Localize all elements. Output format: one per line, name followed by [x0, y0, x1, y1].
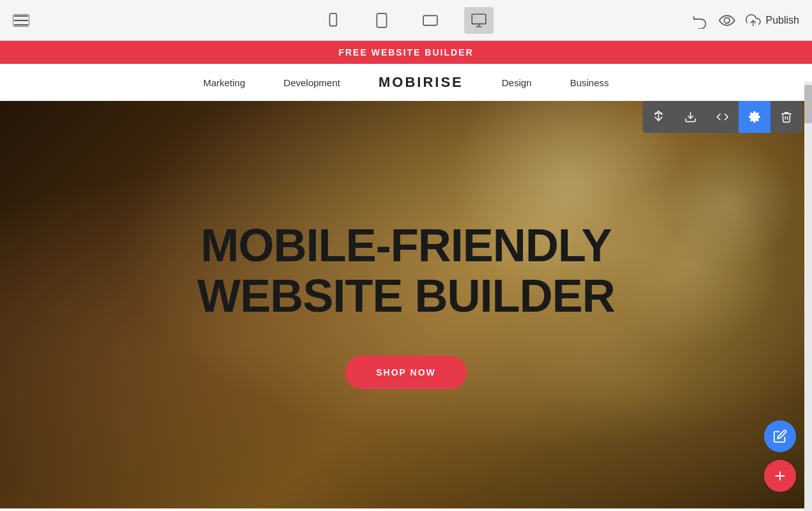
hero-section: MOBILE-FRIENDLY WEBSITE BUILDER SHOP NOW [0, 101, 812, 508]
hero-title-line2: WEBSITE BUILDER [197, 270, 614, 321]
hero-cta-button[interactable]: SHOP NOW [345, 356, 467, 389]
preview-button[interactable] [719, 12, 735, 29]
svg-rect-6 [472, 14, 486, 24]
promo-banner: FREE WEBSITE BUILDER [0, 41, 812, 64]
mobile-view-button[interactable] [318, 7, 348, 34]
publish-label: Publish [766, 15, 799, 26]
scrollbar-track [804, 82, 812, 511]
menu-button[interactable] [13, 14, 29, 27]
tablet-view-button[interactable] [367, 7, 396, 34]
svg-point-8 [724, 17, 730, 23]
fab-add-button[interactable] [764, 460, 796, 492]
device-switcher [318, 7, 494, 34]
svg-rect-14 [776, 475, 785, 477]
section-settings-button[interactable] [738, 101, 770, 133]
top-toolbar: Publish [0, 0, 812, 41]
fab-container [764, 420, 796, 492]
website-content: FREE WEBSITE BUILDER Marketing Developme… [0, 41, 812, 511]
banner-text: FREE WEBSITE BUILDER [338, 47, 473, 57]
undo-button[interactable] [692, 12, 708, 29]
hero-title: MOBILE-FRIENDLY WEBSITE BUILDER [197, 220, 614, 321]
scrollbar-thumb[interactable] [804, 85, 812, 123]
section-toolbar [643, 101, 802, 133]
nav-link-development[interactable]: Development [284, 77, 340, 88]
desktop-view-button[interactable] [464, 7, 494, 34]
section-code-button[interactable] [707, 101, 738, 133]
svg-rect-2 [377, 13, 386, 27]
site-logo: MOBIRISE [379, 74, 464, 91]
section-move-button[interactable] [643, 101, 675, 133]
toolbar-left [0, 14, 29, 27]
nav-link-marketing[interactable]: Marketing [203, 77, 246, 88]
toolbar-right: Publish [692, 12, 812, 29]
hero-title-line1: MOBILE-FRIENDLY [201, 220, 611, 271]
publish-button[interactable]: Publish [746, 13, 799, 28]
hero-text: MOBILE-FRIENDLY WEBSITE BUILDER SHOP NOW [197, 220, 614, 389]
tablet-landscape-button[interactable] [416, 7, 445, 34]
fab-edit-button[interactable] [764, 420, 796, 452]
svg-rect-0 [330, 13, 337, 26]
nav-link-business[interactable]: Business [570, 77, 609, 88]
section-download-button[interactable] [675, 101, 707, 133]
section-delete-button[interactable] [770, 101, 802, 133]
svg-rect-4 [423, 15, 437, 25]
nav-link-design[interactable]: Design [502, 77, 532, 88]
site-navigation: Marketing Development MOBIRISE Design Bu… [0, 64, 812, 101]
